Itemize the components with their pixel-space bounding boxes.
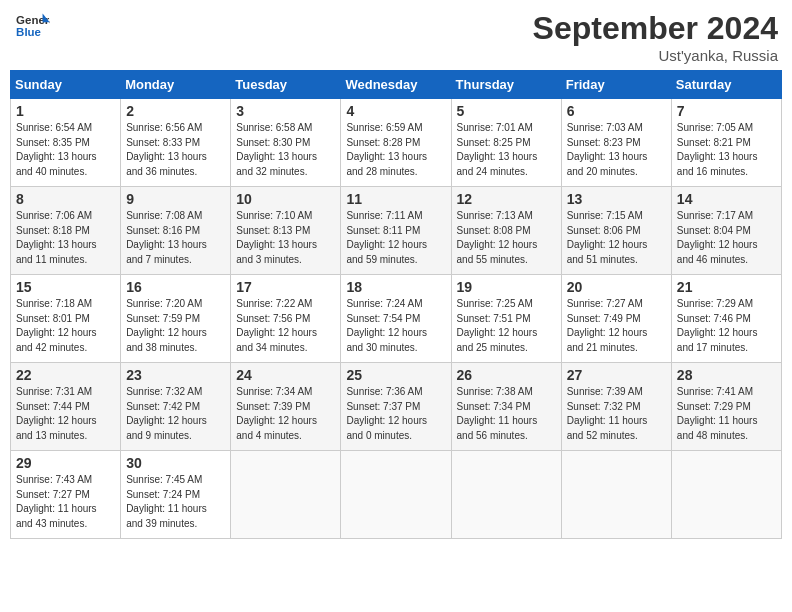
day-number: 12 [457, 191, 556, 207]
day-info: Sunrise: 7:18 AMSunset: 8:01 PMDaylight:… [16, 297, 115, 355]
day-info: Sunrise: 6:59 AMSunset: 8:28 PMDaylight:… [346, 121, 445, 179]
calendar-cell: 5 Sunrise: 7:01 AMSunset: 8:25 PMDayligh… [451, 99, 561, 187]
day-info: Sunrise: 7:05 AMSunset: 8:21 PMDaylight:… [677, 121, 776, 179]
calendar-week-3: 15 Sunrise: 7:18 AMSunset: 8:01 PMDaylig… [11, 275, 782, 363]
calendar-cell: 21 Sunrise: 7:29 AMSunset: 7:46 PMDaylig… [671, 275, 781, 363]
day-number: 26 [457, 367, 556, 383]
day-number: 1 [16, 103, 115, 119]
day-info: Sunrise: 7:22 AMSunset: 7:56 PMDaylight:… [236, 297, 335, 355]
day-info: Sunrise: 7:08 AMSunset: 8:16 PMDaylight:… [126, 209, 225, 267]
day-number: 2 [126, 103, 225, 119]
svg-text:Blue: Blue [16, 26, 41, 38]
day-info: Sunrise: 7:03 AMSunset: 8:23 PMDaylight:… [567, 121, 666, 179]
calendar-week-5: 29 Sunrise: 7:43 AMSunset: 7:27 PMDaylig… [11, 451, 782, 539]
day-info: Sunrise: 7:39 AMSunset: 7:32 PMDaylight:… [567, 385, 666, 443]
location: Ust'yanka, Russia [533, 47, 778, 64]
day-info: Sunrise: 7:32 AMSunset: 7:42 PMDaylight:… [126, 385, 225, 443]
calendar-cell: 14 Sunrise: 7:17 AMSunset: 8:04 PMDaylig… [671, 187, 781, 275]
day-number: 18 [346, 279, 445, 295]
day-number: 11 [346, 191, 445, 207]
day-info: Sunrise: 7:06 AMSunset: 8:18 PMDaylight:… [16, 209, 115, 267]
day-number: 27 [567, 367, 666, 383]
day-number: 19 [457, 279, 556, 295]
calendar-cell: 3 Sunrise: 6:58 AMSunset: 8:30 PMDayligh… [231, 99, 341, 187]
day-number: 13 [567, 191, 666, 207]
day-number: 5 [457, 103, 556, 119]
calendar-cell: 1 Sunrise: 6:54 AMSunset: 8:35 PMDayligh… [11, 99, 121, 187]
day-number: 4 [346, 103, 445, 119]
logo: General Blue [14, 10, 50, 40]
calendar-cell: 29 Sunrise: 7:43 AMSunset: 7:27 PMDaylig… [11, 451, 121, 539]
day-number: 3 [236, 103, 335, 119]
day-info: Sunrise: 7:20 AMSunset: 7:59 PMDaylight:… [126, 297, 225, 355]
month-title: September 2024 [533, 10, 778, 47]
day-number: 30 [126, 455, 225, 471]
page-header: General Blue September 2024 Ust'yanka, R… [10, 10, 782, 64]
calendar-cell [451, 451, 561, 539]
day-info: Sunrise: 7:17 AMSunset: 8:04 PMDaylight:… [677, 209, 776, 267]
day-info: Sunrise: 6:58 AMSunset: 8:30 PMDaylight:… [236, 121, 335, 179]
calendar-cell: 16 Sunrise: 7:20 AMSunset: 7:59 PMDaylig… [121, 275, 231, 363]
calendar-cell [561, 451, 671, 539]
day-info: Sunrise: 7:27 AMSunset: 7:49 PMDaylight:… [567, 297, 666, 355]
calendar-cell: 19 Sunrise: 7:25 AMSunset: 7:51 PMDaylig… [451, 275, 561, 363]
calendar-table: Sunday Monday Tuesday Wednesday Thursday… [10, 70, 782, 539]
day-number: 10 [236, 191, 335, 207]
col-tuesday: Tuesday [231, 71, 341, 99]
calendar-cell: 20 Sunrise: 7:27 AMSunset: 7:49 PMDaylig… [561, 275, 671, 363]
calendar-cell: 4 Sunrise: 6:59 AMSunset: 8:28 PMDayligh… [341, 99, 451, 187]
calendar-week-2: 8 Sunrise: 7:06 AMSunset: 8:18 PMDayligh… [11, 187, 782, 275]
calendar-cell [341, 451, 451, 539]
day-number: 7 [677, 103, 776, 119]
day-info: Sunrise: 7:36 AMSunset: 7:37 PMDaylight:… [346, 385, 445, 443]
col-sunday: Sunday [11, 71, 121, 99]
day-info: Sunrise: 7:13 AMSunset: 8:08 PMDaylight:… [457, 209, 556, 267]
col-friday: Friday [561, 71, 671, 99]
calendar-week-4: 22 Sunrise: 7:31 AMSunset: 7:44 PMDaylig… [11, 363, 782, 451]
day-info: Sunrise: 6:54 AMSunset: 8:35 PMDaylight:… [16, 121, 115, 179]
calendar-cell: 10 Sunrise: 7:10 AMSunset: 8:13 PMDaylig… [231, 187, 341, 275]
day-info: Sunrise: 7:45 AMSunset: 7:24 PMDaylight:… [126, 473, 225, 531]
col-thursday: Thursday [451, 71, 561, 99]
day-info: Sunrise: 7:31 AMSunset: 7:44 PMDaylight:… [16, 385, 115, 443]
day-number: 6 [567, 103, 666, 119]
day-number: 17 [236, 279, 335, 295]
day-info: Sunrise: 7:15 AMSunset: 8:06 PMDaylight:… [567, 209, 666, 267]
calendar-cell: 18 Sunrise: 7:24 AMSunset: 7:54 PMDaylig… [341, 275, 451, 363]
day-number: 16 [126, 279, 225, 295]
calendar-cell: 6 Sunrise: 7:03 AMSunset: 8:23 PMDayligh… [561, 99, 671, 187]
day-number: 28 [677, 367, 776, 383]
col-saturday: Saturday [671, 71, 781, 99]
day-number: 14 [677, 191, 776, 207]
day-info: Sunrise: 6:56 AMSunset: 8:33 PMDaylight:… [126, 121, 225, 179]
calendar-cell: 9 Sunrise: 7:08 AMSunset: 8:16 PMDayligh… [121, 187, 231, 275]
day-info: Sunrise: 7:11 AMSunset: 8:11 PMDaylight:… [346, 209, 445, 267]
day-info: Sunrise: 7:38 AMSunset: 7:34 PMDaylight:… [457, 385, 556, 443]
calendar-week-1: 1 Sunrise: 6:54 AMSunset: 8:35 PMDayligh… [11, 99, 782, 187]
calendar-cell: 25 Sunrise: 7:36 AMSunset: 7:37 PMDaylig… [341, 363, 451, 451]
day-info: Sunrise: 7:29 AMSunset: 7:46 PMDaylight:… [677, 297, 776, 355]
day-number: 22 [16, 367, 115, 383]
day-info: Sunrise: 7:25 AMSunset: 7:51 PMDaylight:… [457, 297, 556, 355]
day-number: 20 [567, 279, 666, 295]
calendar-cell: 26 Sunrise: 7:38 AMSunset: 7:34 PMDaylig… [451, 363, 561, 451]
col-monday: Monday [121, 71, 231, 99]
day-number: 23 [126, 367, 225, 383]
day-number: 15 [16, 279, 115, 295]
calendar-cell: 27 Sunrise: 7:39 AMSunset: 7:32 PMDaylig… [561, 363, 671, 451]
calendar-cell [231, 451, 341, 539]
calendar-cell [671, 451, 781, 539]
calendar-cell: 12 Sunrise: 7:13 AMSunset: 8:08 PMDaylig… [451, 187, 561, 275]
calendar-cell: 7 Sunrise: 7:05 AMSunset: 8:21 PMDayligh… [671, 99, 781, 187]
day-info: Sunrise: 7:01 AMSunset: 8:25 PMDaylight:… [457, 121, 556, 179]
title-block: September 2024 Ust'yanka, Russia [533, 10, 778, 64]
calendar-cell: 13 Sunrise: 7:15 AMSunset: 8:06 PMDaylig… [561, 187, 671, 275]
day-info: Sunrise: 7:24 AMSunset: 7:54 PMDaylight:… [346, 297, 445, 355]
calendar-cell: 17 Sunrise: 7:22 AMSunset: 7:56 PMDaylig… [231, 275, 341, 363]
logo-icon: General Blue [14, 10, 50, 40]
col-wednesday: Wednesday [341, 71, 451, 99]
calendar-cell: 15 Sunrise: 7:18 AMSunset: 8:01 PMDaylig… [11, 275, 121, 363]
day-number: 24 [236, 367, 335, 383]
day-info: Sunrise: 7:41 AMSunset: 7:29 PMDaylight:… [677, 385, 776, 443]
header-row: Sunday Monday Tuesday Wednesday Thursday… [11, 71, 782, 99]
